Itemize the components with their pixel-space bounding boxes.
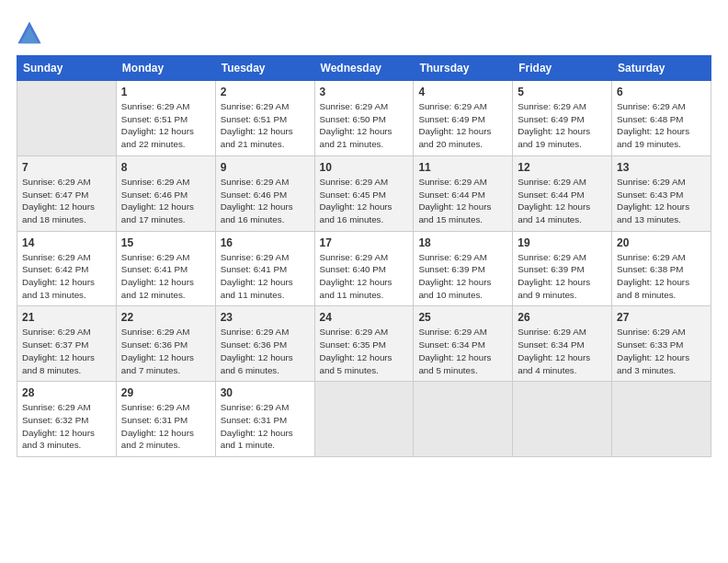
day-cell-16: 16Sunrise: 6:29 AM Sunset: 6:41 PM Dayli… [215,231,314,306]
day-number: 10 [320,161,409,174]
day-number: 30 [221,386,310,399]
day-number: 29 [121,386,210,399]
day-cell-2: 2Sunrise: 6:29 AM Sunset: 6:51 PM Daylig… [215,81,314,156]
empty-cell [612,382,711,457]
day-number: 3 [320,86,409,98]
day-cell-12: 12Sunrise: 6:29 AM Sunset: 6:44 PM Dayli… [513,155,612,231]
day-number: 11 [418,161,507,174]
day-cell-19: 19Sunrise: 6:29 AM Sunset: 6:39 PM Dayli… [513,231,612,306]
day-info: Sunrise: 6:29 AM Sunset: 6:49 PM Dayligh… [418,100,507,151]
day-info: Sunrise: 6:29 AM Sunset: 6:44 PM Dayligh… [518,176,607,226]
weekday-header-monday: Monday [116,56,215,81]
day-number: 18 [418,236,507,249]
week-row-4: 21Sunrise: 6:29 AM Sunset: 6:37 PM Dayli… [17,306,711,382]
day-number: 7 [22,161,111,174]
day-info: Sunrise: 6:29 AM Sunset: 6:48 PM Dayligh… [617,100,706,151]
day-info: Sunrise: 6:29 AM Sunset: 6:37 PM Dayligh… [22,326,111,376]
day-number: 13 [617,161,706,174]
weekday-header-sunday: Sunday [17,56,117,81]
header [17,17,711,46]
day-cell-23: 23Sunrise: 6:29 AM Sunset: 6:36 PM Dayli… [215,306,314,382]
day-number: 1 [121,86,210,98]
day-number: 6 [617,86,706,98]
logo [17,20,46,46]
empty-cell [314,382,414,457]
logo-icon [17,20,42,46]
empty-cell [414,382,513,457]
day-info: Sunrise: 6:29 AM Sunset: 6:34 PM Dayligh… [518,326,607,376]
day-cell-15: 15Sunrise: 6:29 AM Sunset: 6:41 PM Dayli… [116,231,215,306]
calendar-table: SundayMondayTuesdayWednesdayThursdayFrid… [17,55,711,457]
day-number: 4 [418,86,507,98]
day-info: Sunrise: 6:29 AM Sunset: 6:35 PM Dayligh… [320,326,409,376]
day-cell-18: 18Sunrise: 6:29 AM Sunset: 6:39 PM Dayli… [414,231,513,306]
day-cell-22: 22Sunrise: 6:29 AM Sunset: 6:36 PM Dayli… [116,306,215,382]
day-cell-13: 13Sunrise: 6:29 AM Sunset: 6:43 PM Dayli… [612,155,711,231]
weekday-header-wednesday: Wednesday [314,56,414,81]
day-info: Sunrise: 6:29 AM Sunset: 6:38 PM Dayligh… [617,251,706,302]
day-number: 27 [617,311,706,324]
day-info: Sunrise: 6:29 AM Sunset: 6:31 PM Dayligh… [121,401,210,452]
day-cell-11: 11Sunrise: 6:29 AM Sunset: 6:44 PM Dayli… [414,155,513,231]
empty-cell [17,81,117,156]
day-number: 16 [221,236,310,249]
day-cell-3: 3Sunrise: 6:29 AM Sunset: 6:50 PM Daylig… [314,81,414,156]
day-info: Sunrise: 6:29 AM Sunset: 6:41 PM Dayligh… [121,251,210,302]
day-info: Sunrise: 6:29 AM Sunset: 6:33 PM Dayligh… [617,326,706,376]
day-number: 2 [221,86,310,98]
day-info: Sunrise: 6:29 AM Sunset: 6:51 PM Dayligh… [221,100,310,151]
day-cell-6: 6Sunrise: 6:29 AM Sunset: 6:48 PM Daylig… [612,81,711,156]
day-cell-21: 21Sunrise: 6:29 AM Sunset: 6:37 PM Dayli… [17,306,117,382]
day-info: Sunrise: 6:29 AM Sunset: 6:31 PM Dayligh… [221,401,310,452]
day-number: 20 [617,236,706,249]
day-number: 15 [121,236,210,249]
day-number: 25 [418,311,507,324]
day-info: Sunrise: 6:29 AM Sunset: 6:50 PM Dayligh… [320,100,409,151]
day-number: 12 [518,161,607,174]
day-number: 26 [518,311,607,324]
weekday-header-saturday: Saturday [612,56,711,81]
day-cell-27: 27Sunrise: 6:29 AM Sunset: 6:33 PM Dayli… [612,306,711,382]
day-number: 5 [518,86,607,98]
day-info: Sunrise: 6:29 AM Sunset: 6:49 PM Dayligh… [518,100,607,151]
weekday-header-row: SundayMondayTuesdayWednesdayThursdayFrid… [17,56,711,81]
day-cell-17: 17Sunrise: 6:29 AM Sunset: 6:40 PM Dayli… [314,231,414,306]
day-info: Sunrise: 6:29 AM Sunset: 6:51 PM Dayligh… [121,100,210,151]
day-number: 14 [22,236,111,249]
day-info: Sunrise: 6:29 AM Sunset: 6:40 PM Dayligh… [320,251,409,302]
day-info: Sunrise: 6:29 AM Sunset: 6:43 PM Dayligh… [617,176,706,226]
day-cell-5: 5Sunrise: 6:29 AM Sunset: 6:49 PM Daylig… [513,81,612,156]
day-cell-20: 20Sunrise: 6:29 AM Sunset: 6:38 PM Dayli… [612,231,711,306]
day-info: Sunrise: 6:29 AM Sunset: 6:45 PM Dayligh… [320,176,409,226]
day-info: Sunrise: 6:29 AM Sunset: 6:44 PM Dayligh… [418,176,507,226]
day-cell-24: 24Sunrise: 6:29 AM Sunset: 6:35 PM Dayli… [314,306,414,382]
day-info: Sunrise: 6:29 AM Sunset: 6:46 PM Dayligh… [121,176,210,226]
week-row-2: 7Sunrise: 6:29 AM Sunset: 6:47 PM Daylig… [17,155,711,231]
day-number: 19 [518,236,607,249]
week-row-5: 28Sunrise: 6:29 AM Sunset: 6:32 PM Dayli… [17,382,711,457]
day-number: 28 [22,386,111,399]
day-info: Sunrise: 6:29 AM Sunset: 6:41 PM Dayligh… [221,251,310,302]
weekday-header-tuesday: Tuesday [215,56,314,81]
page: SundayMondayTuesdayWednesdayThursdayFrid… [0,0,728,563]
day-number: 17 [320,236,409,249]
week-row-3: 14Sunrise: 6:29 AM Sunset: 6:42 PM Dayli… [17,231,711,306]
day-cell-8: 8Sunrise: 6:29 AM Sunset: 6:46 PM Daylig… [116,155,215,231]
day-info: Sunrise: 6:29 AM Sunset: 6:39 PM Dayligh… [418,251,507,302]
day-info: Sunrise: 6:29 AM Sunset: 6:47 PM Dayligh… [22,176,111,226]
day-info: Sunrise: 6:29 AM Sunset: 6:34 PM Dayligh… [418,326,507,376]
day-number: 23 [221,311,310,324]
day-cell-10: 10Sunrise: 6:29 AM Sunset: 6:45 PM Dayli… [314,155,414,231]
day-info: Sunrise: 6:29 AM Sunset: 6:42 PM Dayligh… [22,251,111,302]
day-number: 22 [121,311,210,324]
day-cell-30: 30Sunrise: 6:29 AM Sunset: 6:31 PM Dayli… [215,382,314,457]
day-info: Sunrise: 6:29 AM Sunset: 6:36 PM Dayligh… [221,326,310,376]
day-number: 24 [320,311,409,324]
day-info: Sunrise: 6:29 AM Sunset: 6:36 PM Dayligh… [121,326,210,376]
weekday-header-thursday: Thursday [414,56,513,81]
day-cell-29: 29Sunrise: 6:29 AM Sunset: 6:31 PM Dayli… [116,382,215,457]
day-cell-9: 9Sunrise: 6:29 AM Sunset: 6:46 PM Daylig… [215,155,314,231]
day-cell-1: 1Sunrise: 6:29 AM Sunset: 6:51 PM Daylig… [116,81,215,156]
day-number: 8 [121,161,210,174]
day-number: 21 [22,311,111,324]
